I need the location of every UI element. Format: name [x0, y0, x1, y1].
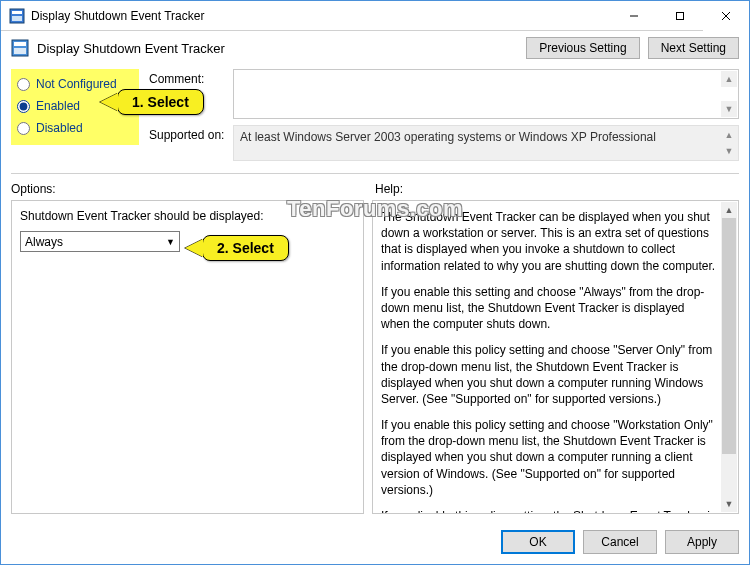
- comment-scroll[interactable]: ▲▼: [721, 71, 737, 117]
- apply-button[interactable]: Apply: [665, 530, 739, 554]
- comment-label: Comment:: [149, 69, 233, 86]
- options-dropdown-label: Shutdown Event Tracker should be display…: [20, 209, 355, 223]
- help-text: If you enable this policy setting and ch…: [381, 342, 716, 407]
- close-button[interactable]: [703, 1, 749, 31]
- radio-label: Disabled: [36, 121, 83, 135]
- svg-rect-4: [677, 12, 684, 19]
- help-panel: The Shutdown Event Tracker can be displa…: [372, 200, 739, 514]
- policy-icon: [11, 39, 29, 57]
- help-text: The Shutdown Event Tracker can be displa…: [381, 209, 716, 274]
- dialog-footer: OK Cancel Apply: [1, 522, 749, 564]
- cancel-button[interactable]: Cancel: [583, 530, 657, 554]
- help-text: If you enable this setting and choose "A…: [381, 284, 716, 333]
- radio-label: Not Configured: [36, 77, 117, 91]
- chevron-down-icon: ▼: [166, 237, 175, 247]
- display-mode-dropdown[interactable]: Always ▼: [20, 231, 180, 252]
- maximize-button[interactable]: [657, 1, 703, 31]
- header-row: Display Shutdown Event Tracker Previous …: [1, 31, 749, 69]
- right-fields: Comment: ▲▼ Supported on: At least Windo…: [139, 69, 739, 167]
- scroll-thumb[interactable]: [722, 218, 736, 454]
- options-label: Options:: [11, 182, 375, 196]
- supported-on-box: At least Windows Server 2003 operating s…: [233, 125, 739, 161]
- app-icon: [9, 8, 25, 24]
- scroll-down-icon[interactable]: ▼: [721, 496, 737, 512]
- svg-rect-8: [14, 42, 26, 46]
- annotation-callout-2: 2. Select: [202, 235, 289, 261]
- comment-textarea[interactable]: ▲▼: [233, 69, 739, 119]
- section-labels: Options: Help:: [1, 180, 749, 200]
- config-row: Not Configured Enabled Disabled Comment:…: [1, 69, 749, 167]
- previous-setting-button[interactable]: Previous Setting: [526, 37, 639, 59]
- svg-rect-9: [14, 48, 26, 54]
- dropdown-value: Always: [25, 235, 63, 249]
- supported-scroll[interactable]: ▲▼: [721, 127, 737, 159]
- window-title: Display Shutdown Event Tracker: [31, 9, 204, 23]
- help-label: Help:: [375, 182, 739, 196]
- page-title: Display Shutdown Event Tracker: [37, 41, 225, 56]
- svg-rect-2: [12, 16, 22, 21]
- supported-value: At least Windows Server 2003 operating s…: [240, 130, 656, 144]
- radio-disabled[interactable]: Disabled: [15, 117, 139, 139]
- titlebar: Display Shutdown Event Tracker: [1, 1, 749, 31]
- annotation-callout-1: 1. Select: [117, 89, 204, 115]
- scroll-up-icon[interactable]: ▲: [721, 202, 737, 218]
- radio-label: Enabled: [36, 99, 80, 113]
- help-text: If you disable this policy setting, the …: [381, 508, 716, 514]
- dialog-window: Display Shutdown Event Tracker Display S…: [0, 0, 750, 565]
- options-panel: Shutdown Event Tracker should be display…: [11, 200, 364, 514]
- separator: [11, 173, 739, 174]
- supported-label: Supported on:: [149, 125, 233, 142]
- help-scrollbar[interactable]: ▲ ▼: [721, 202, 737, 512]
- ok-button[interactable]: OK: [501, 530, 575, 554]
- minimize-button[interactable]: [611, 1, 657, 31]
- next-setting-button[interactable]: Next Setting: [648, 37, 739, 59]
- svg-rect-1: [12, 11, 22, 14]
- help-text: If you enable this policy setting and ch…: [381, 417, 716, 498]
- panels: Shutdown Event Tracker should be display…: [1, 200, 749, 522]
